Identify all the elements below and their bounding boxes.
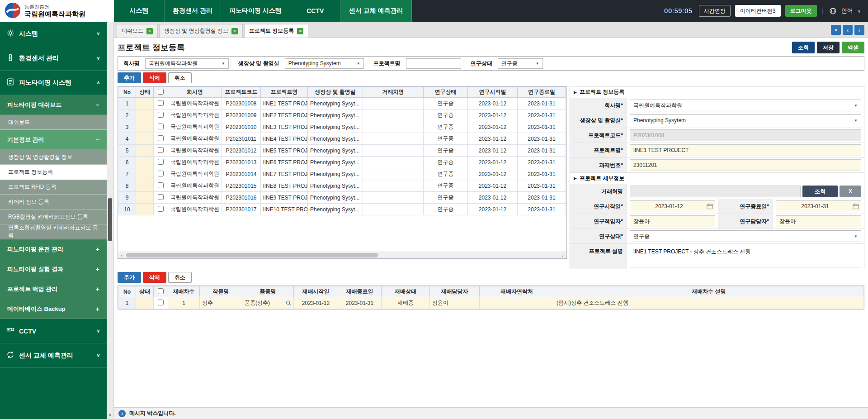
- table-row[interactable]: 4국립원예특작과학원P202301011lINE4 TEST PROJECTPh…: [118, 133, 566, 145]
- sidebar-item[interactable]: 엽록소형광촬영실 카메라좌표정보 등록: [0, 224, 107, 239]
- scroll-right-arrow[interactable]: ›: [559, 253, 566, 258]
- chevron-down-icon[interactable]: ∨: [858, 9, 861, 14]
- next-tab-button[interactable]: ›: [854, 25, 864, 35]
- nav-item[interactable]: 환경센서 관리: [165, 0, 221, 22]
- row-checkbox[interactable]: [158, 194, 164, 200]
- select-all-checkbox[interactable]: [158, 89, 164, 95]
- cancel-button[interactable]: 취소: [168, 72, 192, 83]
- language-label[interactable]: 언어: [841, 7, 853, 15]
- plus-icon: +: [95, 285, 99, 293]
- row-checkbox[interactable]: [158, 112, 164, 118]
- table-row[interactable]: 5국립원예특작과학원P202301012lINE5 TEST PROJECTPh…: [118, 145, 566, 157]
- delete-row-button[interactable]: 삭제: [143, 72, 166, 83]
- filter-chamber-select[interactable]: Phenotyping Sysytem ▼: [285, 58, 364, 69]
- end-date-input[interactable]: [776, 200, 861, 212]
- row-checkbox[interactable]: [158, 300, 164, 305]
- row-checkbox[interactable]: [158, 147, 164, 153]
- delete-crop-row-button[interactable]: 삭제: [143, 272, 166, 283]
- logo-area[interactable]: 농촌진흥청 국립원예특작과학원: [0, 0, 114, 22]
- table-row[interactable]: 3국립원예특작과학원P202301010lINE3 TEST PROJECTPh…: [118, 121, 566, 133]
- row-checkbox[interactable]: [158, 100, 164, 106]
- sidebar-item[interactable]: 피노타이핑 운전 관리+: [0, 239, 107, 259]
- add-crop-row-button[interactable]: 추가: [118, 272, 141, 283]
- select-all-checkbox[interactable]: [158, 288, 164, 294]
- sidebar-item[interactable]: 데이타베이스 Backup+: [0, 299, 107, 319]
- extend-time-button[interactable]: 시간연장: [699, 5, 731, 17]
- search-button[interactable]: 조회: [792, 42, 815, 53]
- grid-toolbar: 추가 삭제 취소: [118, 72, 567, 86]
- search-icon[interactable]: [286, 300, 292, 306]
- table-row[interactable]: 9국립원예특작과학원P202301016lINE9 TEST PROJECTPh…: [118, 192, 566, 204]
- save-button[interactable]: 저장: [817, 42, 840, 53]
- project-description-textarea[interactable]: lINE1 TEST PROJECT - 상추 건조스트레스 진행: [630, 246, 861, 267]
- table-row[interactable]: 11상추품종(상추)2023-01-122023-01-31재배중장윤아(임시)…: [118, 297, 864, 309]
- manager-input[interactable]: [776, 215, 861, 227]
- excel-button[interactable]: 엑셀: [842, 42, 864, 53]
- tab-item[interactable]: 프로젝트 정보등록×: [244, 24, 308, 38]
- sidebar-item[interactable]: 시스템∨: [0, 22, 107, 46]
- sidebar-item[interactable]: 기본정보 관리−: [0, 130, 107, 150]
- leader-input[interactable]: [630, 215, 715, 227]
- sidebar-item[interactable]: 센서 교체 예측관리∨: [0, 343, 107, 368]
- row-checkbox[interactable]: [158, 159, 164, 165]
- nav-item[interactable]: 피노타이핑 시스템: [221, 0, 290, 22]
- sidebar-item[interactable]: 피노타이핑 시스템∧: [0, 71, 107, 95]
- close-icon[interactable]: ×: [297, 28, 303, 34]
- client-clear-button[interactable]: X: [840, 186, 861, 197]
- horizontal-scrollbar[interactable]: ‹ ›: [118, 252, 566, 258]
- row-checkbox[interactable]: [158, 206, 164, 212]
- sidebar-item[interactable]: 카메라 정보 등록: [0, 195, 107, 210]
- sidebar-item[interactable]: CCTV∨: [0, 319, 107, 343]
- sidebar-item[interactable]: 피노타이핑 실험 결과+: [0, 259, 107, 279]
- sidebar-item[interactable]: 피노타이핑 대쉬보드−: [0, 95, 107, 115]
- sidebar-item[interactable]: 프로젝트 RFID 등록: [0, 180, 107, 195]
- nav-item[interactable]: CCTV: [290, 0, 341, 22]
- calendar-icon[interactable]: [853, 203, 859, 210]
- sidebar-item[interactable]: 대쉬보드: [0, 115, 107, 130]
- close-tab-button[interactable]: ×: [831, 25, 841, 35]
- scrollbar-handle[interactable]: [108, 198, 112, 241]
- client-search-button[interactable]: 조회: [802, 186, 838, 197]
- chamber-select[interactable]: Phenotyping Sysytem ▼: [630, 114, 861, 126]
- tab-item[interactable]: 대쉬보드×: [117, 24, 158, 38]
- table-row[interactable]: 8국립원예특작과학원P202301015lINE8 TEST PROJECTPh…: [118, 180, 566, 192]
- start-date-input[interactable]: [630, 200, 715, 212]
- sidebar-item[interactable]: 프로젝트 정보등록: [0, 165, 107, 180]
- user-button[interactable]: 아이티컨버전3: [735, 5, 781, 17]
- logout-button[interactable]: 로그아웃: [785, 5, 817, 17]
- project-name-input[interactable]: [630, 144, 861, 156]
- scroll-left-arrow[interactable]: ‹: [118, 253, 125, 258]
- table-row[interactable]: 2국립원예특작과학원P202301009lINE2 TEST PROJECTPh…: [118, 110, 566, 121]
- tab-item[interactable]: 생장상 및 영상촬영실 정보×: [159, 24, 243, 38]
- close-icon[interactable]: ×: [146, 28, 153, 34]
- filter-company-select[interactable]: 국립원예특작과학원 ▼: [145, 58, 229, 69]
- table-row[interactable]: 7국립원예특작과학원P202301014lINE7 TEST PROJECTPh…: [118, 168, 566, 180]
- nav-item[interactable]: 시스템: [114, 0, 165, 22]
- add-row-button[interactable]: 추가: [118, 72, 141, 83]
- table-row[interactable]: 6국립원예특작과학원P202301013lINE6 TEST PROJECTPh…: [118, 157, 566, 168]
- row-checkbox[interactable]: [158, 124, 164, 129]
- task-number-input[interactable]: [630, 159, 861, 171]
- table-row[interactable]: 1국립원예특작과학원P202301008lINE1 TEST PROJECTPh…: [118, 98, 566, 110]
- table-row[interactable]: 10국립원예특작과학원P202301017lINE10 TEST PROJE..…: [118, 204, 566, 215]
- sidebar-item[interactable]: 생장상 및 영상촬영실 정보: [0, 150, 107, 165]
- row-checkbox[interactable]: [158, 171, 164, 176]
- filter-status-select[interactable]: 연구중 ▼: [498, 58, 543, 69]
- scroll-down-arrow[interactable]: ∨: [107, 413, 113, 417]
- sidebar-item[interactable]: 환경센서 관리∨: [0, 46, 107, 71]
- sidebar-scrollbar[interactable]: ∨: [107, 22, 114, 419]
- cancel-crop-button[interactable]: 취소: [168, 272, 192, 283]
- filter-project-input[interactable]: [406, 58, 461, 69]
- sidebar-item[interactable]: RGB촬영실 카메라좌표정보 등록: [0, 210, 107, 224]
- company-select[interactable]: 국립원예특작과학원 ▼: [630, 100, 861, 111]
- scrollbar-handle[interactable]: [126, 253, 378, 257]
- sidebar-item[interactable]: 프로젝트 백업 관리+: [0, 279, 107, 299]
- row-checkbox[interactable]: [158, 182, 164, 188]
- nav-item[interactable]: 센서 교체 예측관리: [341, 0, 412, 22]
- calendar-icon[interactable]: [707, 203, 713, 210]
- research-status-select[interactable]: 연구중 ▼: [630, 230, 861, 242]
- row-checkbox[interactable]: [158, 135, 164, 141]
- globe-icon[interactable]: [829, 7, 837, 15]
- close-icon[interactable]: ×: [231, 28, 238, 34]
- prev-tab-button[interactable]: ‹: [843, 25, 853, 35]
